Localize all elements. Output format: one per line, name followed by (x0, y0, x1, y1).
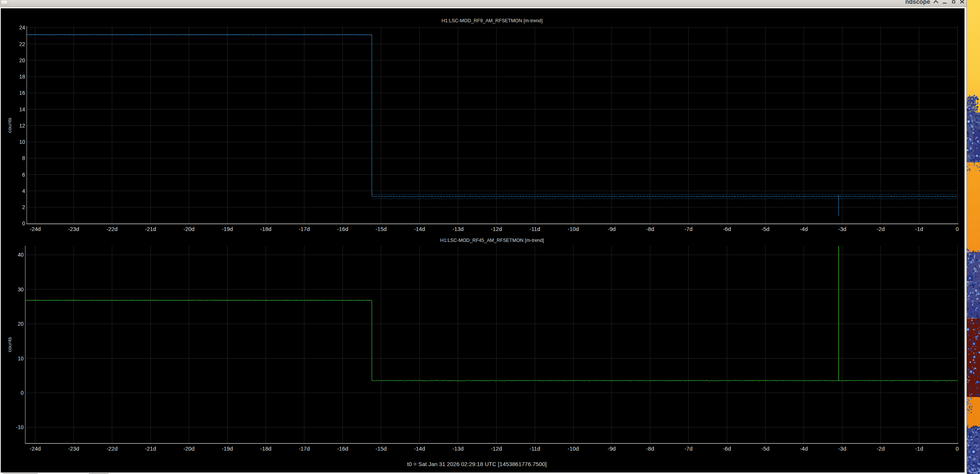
svg-text:-7d: -7d (684, 226, 692, 232)
svg-text:24: 24 (19, 24, 25, 30)
svg-text:-6d: -6d (723, 226, 731, 232)
svg-text:-14d: -14d (414, 446, 425, 452)
svg-text:-1d: -1d (915, 226, 923, 232)
svg-text:-23d: -23d (68, 226, 79, 232)
svg-text:-5d: -5d (762, 226, 770, 232)
svg-text:-13d: -13d (452, 226, 464, 232)
svg-text:-8d: -8d (646, 226, 654, 232)
svg-text:-16d: -16d (337, 446, 348, 452)
svg-text:-11d: -11d (530, 446, 540, 452)
svg-text:-15d: -15d (375, 226, 387, 232)
svg-text:-5d: -5d (762, 446, 770, 452)
svg-text:-14d: -14d (414, 226, 425, 232)
svg-text:-9d: -9d (608, 446, 616, 452)
svg-text:-1d: -1d (915, 446, 923, 452)
svg-text:-12d: -12d (491, 226, 502, 232)
svg-text:-18d: -18d (260, 446, 272, 452)
svg-text:H1:LSC-MOD_RF9_AM_RFSETMON [m-: H1:LSC-MOD_RF9_AM_RFSETMON [m-trend] (442, 18, 542, 24)
svg-text:-24d: -24d (29, 226, 41, 232)
svg-text:-10d: -10d (568, 446, 579, 452)
svg-text:-13d: -13d (452, 446, 464, 452)
svg-text:-17d: -17d (299, 226, 310, 232)
svg-text:20: 20 (19, 57, 25, 64)
svg-text:-22d: -22d (107, 446, 118, 452)
svg-text:12: 12 (19, 122, 25, 129)
svg-text:-19d: -19d (222, 446, 233, 452)
svg-text:30: 30 (18, 286, 24, 293)
svg-text:40: 40 (18, 252, 24, 258)
svg-text:16: 16 (19, 90, 25, 96)
svg-text:-6d: -6d (723, 446, 731, 452)
svg-text:0: 0 (956, 226, 958, 232)
svg-text:-20d: -20d (183, 446, 195, 452)
svg-text:6: 6 (22, 172, 25, 178)
svg-text:-4d: -4d (800, 226, 808, 232)
svg-text:-8d: -8d (646, 446, 654, 452)
svg-text:-4d: -4d (800, 446, 808, 452)
svg-text:counts: counts (7, 337, 13, 352)
svg-text:-10d: -10d (568, 226, 579, 232)
svg-text:-2d: -2d (877, 446, 885, 452)
svg-text:0: 0 (21, 390, 24, 396)
svg-text:-22d: -22d (107, 226, 118, 232)
svg-text:-21d: -21d (145, 226, 156, 232)
svg-text:counts: counts (7, 118, 13, 133)
svg-text:-16d: -16d (337, 226, 348, 232)
svg-text:-23d: -23d (68, 446, 79, 452)
svg-text:-19d: -19d (222, 226, 233, 232)
svg-text:t0 = Sat Jan 31 2026 02:29:18: t0 = Sat Jan 31 2026 02:29:18 UTC [14538… (407, 461, 547, 467)
svg-text:-18d: -18d (260, 226, 272, 232)
svg-text:8: 8 (22, 155, 25, 161)
svg-text:4: 4 (22, 188, 25, 194)
svg-text:0: 0 (22, 220, 25, 226)
svg-text:H1:LSC-MOD_RF45_AM_RFSETMON [m: H1:LSC-MOD_RF45_AM_RFSETMON [m-trend] (441, 238, 544, 243)
svg-text:-10: -10 (16, 424, 23, 430)
svg-text:-20d: -20d (183, 226, 195, 232)
svg-text:2: 2 (22, 204, 25, 210)
svg-text:-9d: -9d (608, 226, 616, 232)
svg-text:-17d: -17d (299, 446, 310, 452)
svg-text:-3d: -3d (838, 446, 846, 452)
svg-text:10: 10 (18, 355, 24, 361)
svg-text:-15d: -15d (375, 446, 387, 452)
svg-text:-12d: -12d (491, 446, 502, 452)
svg-text:14: 14 (19, 107, 25, 113)
svg-text:-2d: -2d (877, 226, 885, 232)
svg-text:22: 22 (19, 41, 25, 47)
svg-text:-7d: -7d (684, 446, 692, 452)
svg-text:0: 0 (956, 446, 958, 452)
svg-text:-3d: -3d (838, 226, 846, 232)
svg-text:10: 10 (19, 139, 25, 145)
svg-text:20: 20 (18, 321, 24, 327)
svg-text:-24d: -24d (29, 446, 41, 452)
svg-text:-21d: -21d (145, 446, 156, 452)
svg-text:18: 18 (19, 73, 25, 80)
svg-text:-11d: -11d (530, 226, 540, 232)
